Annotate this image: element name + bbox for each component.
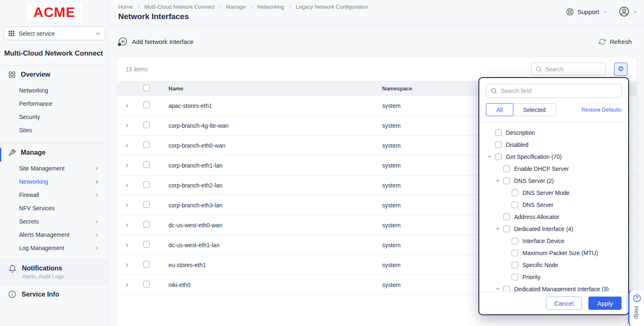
row-expander-icon[interactable] bbox=[124, 202, 130, 208]
apps-grid-icon bbox=[8, 30, 15, 37]
field-checkbox[interactable] bbox=[512, 262, 518, 268]
row-checkbox[interactable] bbox=[143, 281, 150, 287]
breadcrumb-link[interactable]: Home bbox=[118, 4, 133, 10]
field-checkbox[interactable] bbox=[503, 178, 510, 184]
chevron-down-icon[interactable] bbox=[487, 154, 492, 159]
row-expander-icon[interactable] bbox=[124, 242, 130, 248]
restore-defaults-link[interactable]: Restore Defaults bbox=[581, 107, 622, 113]
field-checkbox[interactable] bbox=[503, 286, 510, 292]
row-expander-icon[interactable] bbox=[124, 123, 130, 129]
row-checkbox[interactable] bbox=[143, 181, 150, 188]
active-section-indicator bbox=[0, 148, 1, 162]
row-expander-icon[interactable] bbox=[124, 163, 130, 168]
field-option[interactable]: Dedicated Management Interface (3) bbox=[479, 283, 628, 292]
field-option[interactable]: Disabled bbox=[479, 139, 628, 151]
field-checkbox[interactable] bbox=[495, 153, 502, 160]
help-circle-icon bbox=[633, 294, 641, 302]
sidebar: ACME Select service Multi-Cloud Network … bbox=[0, 0, 109, 326]
sidebar-item[interactable]: Sites bbox=[0, 124, 109, 137]
breadcrumb-link[interactable]: Legacy Network Configuration bbox=[296, 4, 368, 10]
row-checkbox[interactable] bbox=[143, 201, 150, 208]
field-checkbox[interactable] bbox=[512, 190, 518, 196]
tab-all[interactable]: All bbox=[486, 103, 513, 116]
add-network-interface-button[interactable]: Add Network Interface bbox=[118, 37, 193, 46]
sidebar-item-manage[interactable]: Manage bbox=[0, 144, 109, 162]
field-checkbox[interactable] bbox=[512, 250, 518, 256]
row-checkbox[interactable] bbox=[143, 161, 150, 168]
row-checkbox[interactable] bbox=[143, 141, 150, 148]
search-input[interactable] bbox=[545, 66, 601, 73]
breadcrumb-link[interactable]: Networking bbox=[257, 4, 284, 10]
row-checkbox[interactable] bbox=[143, 241, 150, 248]
refresh-button[interactable]: Refresh bbox=[599, 38, 632, 45]
sidebar-item-service-info[interactable]: Service Info bbox=[0, 285, 109, 304]
row-checkbox[interactable] bbox=[143, 261, 150, 268]
sidebar-item-notifications[interactable]: Notifications Alerts, Audit Logs bbox=[0, 260, 109, 285]
field-checkbox[interactable] bbox=[512, 202, 518, 208]
tab-selected[interactable]: Selected bbox=[513, 103, 556, 116]
field-checkbox[interactable] bbox=[512, 274, 518, 280]
chevron-right-icon bbox=[94, 166, 100, 171]
sidebar-item[interactable]: Security bbox=[0, 110, 109, 124]
column-header-name: Name bbox=[161, 85, 375, 92]
sidebar-item-overview[interactable]: Overview bbox=[0, 66, 109, 84]
chevron-right-icon bbox=[136, 5, 141, 10]
support-menu[interactable]: Support bbox=[566, 8, 608, 16]
bell-icon bbox=[8, 265, 17, 273]
field-option[interactable]: DNS Server (2) bbox=[479, 175, 628, 187]
interface-name: corp-branch-4g-lte-wan bbox=[161, 122, 375, 129]
field-option[interactable]: Description bbox=[479, 127, 628, 139]
chevron-down-icon[interactable] bbox=[495, 286, 500, 292]
field-option[interactable]: Specific Node bbox=[479, 259, 628, 271]
breadcrumb-link[interactable]: Manage bbox=[226, 4, 246, 10]
field-checkbox[interactable] bbox=[503, 214, 510, 220]
sidebar-item[interactable]: Log Management bbox=[0, 241, 109, 255]
row-expander-icon[interactable] bbox=[124, 222, 130, 228]
add-circle-icon bbox=[118, 37, 127, 46]
field-option[interactable]: Interface Device bbox=[479, 235, 628, 247]
row-expander-icon[interactable] bbox=[124, 182, 130, 188]
sidebar-item[interactable]: Alerts Management bbox=[0, 228, 109, 241]
sidebar-item[interactable]: Site Management bbox=[0, 162, 109, 175]
field-option[interactable]: DNS Server bbox=[479, 199, 628, 211]
lifebuoy-icon bbox=[566, 8, 574, 16]
select-all-checkbox[interactable] bbox=[143, 85, 150, 91]
sidebar-item[interactable]: Secrets bbox=[0, 215, 109, 228]
sidebar-item[interactable]: NFV Services bbox=[0, 202, 109, 215]
service-selector[interactable]: Select service bbox=[3, 27, 105, 40]
field-option[interactable]: DNS Server Mode bbox=[479, 187, 628, 199]
field-checkbox[interactable] bbox=[503, 165, 510, 172]
sidebar-item[interactable]: Networking bbox=[0, 175, 109, 188]
column-settings-button[interactable]: ⚙ bbox=[614, 63, 627, 76]
field-search-input[interactable] bbox=[501, 88, 617, 94]
row-expander-icon[interactable] bbox=[124, 262, 130, 268]
row-expander-icon[interactable] bbox=[124, 282, 130, 288]
field-option[interactable]: Priority bbox=[479, 271, 628, 283]
field-checkbox[interactable] bbox=[495, 141, 502, 148]
apply-button[interactable]: Apply bbox=[588, 297, 622, 310]
row-checkbox[interactable] bbox=[143, 221, 150, 228]
row-expander-icon[interactable] bbox=[124, 103, 130, 109]
field-checkbox[interactable] bbox=[503, 226, 510, 232]
field-option[interactable]: Enable DHCP Server bbox=[479, 163, 628, 175]
chevron-down-icon[interactable] bbox=[495, 178, 500, 183]
logo-text: ACME bbox=[33, 5, 75, 20]
field-checkbox[interactable] bbox=[495, 129, 502, 136]
row-checkbox[interactable] bbox=[143, 102, 150, 108]
sidebar-item[interactable]: Performance bbox=[0, 97, 109, 110]
cancel-button[interactable]: Cancel bbox=[546, 297, 582, 310]
help-tab[interactable]: Help bbox=[628, 290, 644, 326]
breadcrumb-link[interactable]: Multi-Cloud Network Connect bbox=[144, 4, 215, 10]
field-option[interactable]: Dedicated Interface (4) bbox=[479, 223, 628, 235]
row-expander-icon[interactable] bbox=[124, 143, 130, 148]
user-menu[interactable] bbox=[619, 6, 638, 17]
field-option[interactable]: Maximum Packet Size (MTU) bbox=[479, 247, 628, 259]
field-option[interactable]: Address Allocator bbox=[479, 211, 628, 223]
sidebar-item[interactable]: Networking bbox=[0, 84, 109, 97]
chevron-down-icon[interactable] bbox=[495, 226, 500, 231]
row-checkbox[interactable] bbox=[143, 122, 150, 128]
field-option[interactable]: Get Specification (70) bbox=[479, 151, 628, 163]
field-checkbox[interactable] bbox=[512, 238, 518, 244]
interface-name: niki-eth0 bbox=[161, 282, 375, 288]
sidebar-item[interactable]: Firewall bbox=[0, 188, 109, 202]
